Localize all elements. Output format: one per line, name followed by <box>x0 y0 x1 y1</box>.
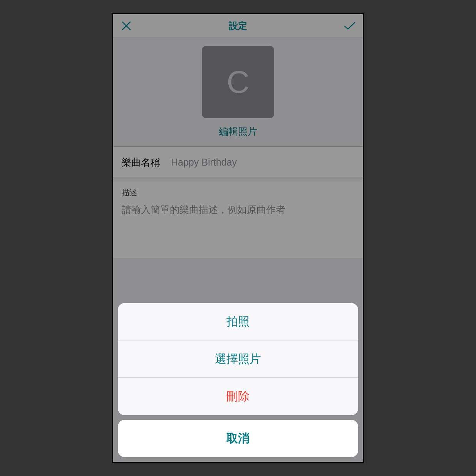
action-sheet: 拍照 選擇照片 刪除 取消 <box>113 298 363 462</box>
take-photo-button[interactable]: 拍照 <box>118 303 358 340</box>
delete-button[interactable]: 刪除 <box>118 378 358 415</box>
app-screen: 設定 C 編輯照片 樂曲名稱 Happy Birthday 描述 請輸入簡單的樂… <box>113 14 363 462</box>
choose-photo-button[interactable]: 選擇照片 <box>118 340 358 378</box>
cancel-button[interactable]: 取消 <box>118 420 358 457</box>
action-sheet-group: 拍照 選擇照片 刪除 <box>118 303 358 415</box>
